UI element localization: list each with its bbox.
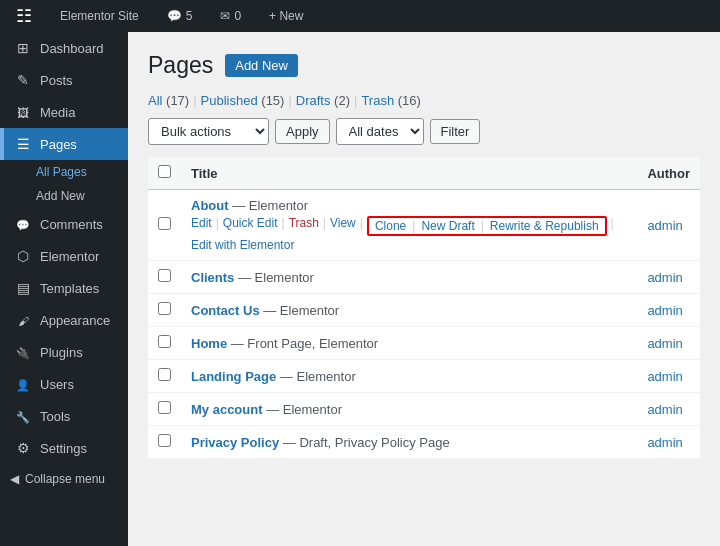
author-cell: admin xyxy=(637,261,700,294)
title-cell: Privacy Policy — Draft, Privacy Policy P… xyxy=(181,426,637,459)
author-header: Author xyxy=(637,157,700,190)
site-name-button[interactable]: Elementor Site xyxy=(52,0,147,32)
add-new-label: Add New xyxy=(36,189,85,203)
page-link-landing-page[interactable]: Landing Page xyxy=(191,369,276,384)
page-type-home: — Front Page, Elementor xyxy=(231,336,378,351)
row-checkbox[interactable] xyxy=(158,434,171,447)
sidebar-item-label: Elementor xyxy=(40,249,99,264)
sidebar-item-templates[interactable]: Templates xyxy=(0,272,128,304)
row-checkbox[interactable] xyxy=(158,302,171,315)
page-link-contact-us[interactable]: Contact Us xyxy=(191,303,260,318)
filter-drafts[interactable]: Drafts (2) xyxy=(296,93,350,108)
pages-icon xyxy=(14,136,32,152)
rewrite-republish-link[interactable]: Rewrite & Republish xyxy=(490,219,599,233)
sidebar-item-label: Pages xyxy=(40,137,77,152)
table-nav: Bulk actions Edit Move to Trash Apply Al… xyxy=(148,118,700,145)
sidebar-item-dashboard[interactable]: Dashboard xyxy=(0,32,128,64)
row-checkbox-cell xyxy=(148,393,181,426)
wp-logo-icon: ☷ xyxy=(16,5,32,27)
page-link-my-account[interactable]: My account xyxy=(191,402,263,417)
sidebar-item-elementor[interactable]: Elementor xyxy=(0,240,128,272)
new-content-button[interactable]: + New xyxy=(261,0,311,32)
row-checkbox[interactable] xyxy=(158,217,171,230)
filter-all[interactable]: All (17) xyxy=(148,93,189,108)
author-link[interactable]: admin xyxy=(647,435,682,450)
wp-logo-button[interactable]: ☷ xyxy=(8,0,40,32)
collapse-icon xyxy=(10,472,19,486)
sidebar-item-media[interactable]: Media xyxy=(0,96,128,128)
sidebar-subitem-all-pages[interactable]: All Pages xyxy=(0,160,128,184)
trash-count: (16) xyxy=(398,93,421,108)
messages-count: 0 xyxy=(234,9,241,23)
sidebar-item-label: Media xyxy=(40,105,75,120)
page-link-about[interactable]: About xyxy=(191,198,229,213)
collapse-menu-button[interactable]: Collapse menu xyxy=(0,464,128,494)
sidebar-item-label: Comments xyxy=(40,217,103,232)
author-link[interactable]: admin xyxy=(647,303,682,318)
page-type-clients: — Elementor xyxy=(238,270,314,285)
clone-link[interactable]: Clone xyxy=(375,219,406,233)
row-checkbox[interactable] xyxy=(158,269,171,282)
new-draft-link[interactable]: New Draft xyxy=(421,219,474,233)
table-row: Clients — Elementor admin xyxy=(148,261,700,294)
row-checkbox[interactable] xyxy=(158,368,171,381)
table-row: My account — Elementor admin xyxy=(148,393,700,426)
sidebar-subitem-add-new[interactable]: Add New xyxy=(0,184,128,208)
sidebar: Dashboard Posts Media Pages All Pages Ad… xyxy=(0,32,128,546)
all-pages-label: All Pages xyxy=(36,165,87,179)
bulk-actions-select[interactable]: Bulk actions Edit Move to Trash xyxy=(148,118,269,145)
tools-icon xyxy=(14,408,32,424)
page-type-contact-us: — Elementor xyxy=(263,303,339,318)
title-header: Title xyxy=(181,157,637,190)
page-link-home[interactable]: Home xyxy=(191,336,227,351)
page-title: Pages xyxy=(148,52,213,79)
row-checkbox-cell xyxy=(148,294,181,327)
posts-icon xyxy=(14,72,32,88)
edit-with-elementor-link[interactable]: Edit with Elementor xyxy=(191,238,294,252)
quick-edit-link[interactable]: Quick Edit xyxy=(223,216,278,236)
elementor-icon xyxy=(14,248,32,264)
author-cell: admin xyxy=(637,360,700,393)
author-link[interactable]: admin xyxy=(647,270,682,285)
edit-link[interactable]: Edit xyxy=(191,216,212,236)
sidebar-item-tools[interactable]: Tools xyxy=(0,400,128,432)
title-cell: Landing Page — Elementor xyxy=(181,360,637,393)
sidebar-item-pages[interactable]: Pages xyxy=(0,128,128,160)
clone-highlight-box: Clone | New Draft | Rewrite & Republish xyxy=(367,216,607,236)
title-cell: Contact Us — Elementor xyxy=(181,294,637,327)
apply-button[interactable]: Apply xyxy=(275,119,330,144)
sidebar-item-plugins[interactable]: Plugins xyxy=(0,336,128,368)
sidebar-item-settings[interactable]: Settings xyxy=(0,432,128,464)
title-cell: Home — Front Page, Elementor xyxy=(181,327,637,360)
select-all-checkbox[interactable] xyxy=(158,165,171,178)
row-checkbox[interactable] xyxy=(158,401,171,414)
sidebar-item-label: Settings xyxy=(40,441,87,456)
row-checkbox[interactable] xyxy=(158,335,171,348)
sidebar-item-users[interactable]: Users xyxy=(0,368,128,400)
templates-icon xyxy=(14,280,32,296)
sidebar-item-comments[interactable]: Comments xyxy=(0,208,128,240)
dates-select[interactable]: All dates xyxy=(336,118,424,145)
author-link[interactable]: admin xyxy=(647,369,682,384)
pages-table: Title Author About — Elementor Edit | Qu… xyxy=(148,157,700,459)
filter-trash[interactable]: Trash (16) xyxy=(361,93,420,108)
media-icon xyxy=(14,104,32,120)
sidebar-item-appearance[interactable]: Appearance xyxy=(0,304,128,336)
table-row: Home — Front Page, Elementor admin xyxy=(148,327,700,360)
author-link[interactable]: admin xyxy=(647,218,682,233)
trash-link[interactable]: Trash xyxy=(289,216,319,236)
page-link-clients[interactable]: Clients xyxy=(191,270,234,285)
filter-button[interactable]: Filter xyxy=(430,119,481,144)
messages-icon: ✉ xyxy=(220,9,230,23)
comments-icon: 💬 xyxy=(167,9,182,23)
author-link[interactable]: admin xyxy=(647,336,682,351)
view-link[interactable]: View xyxy=(330,216,356,236)
page-link-privacy-policy[interactable]: Privacy Policy xyxy=(191,435,279,450)
messages-button[interactable]: ✉ 0 xyxy=(212,0,249,32)
filter-published[interactable]: Published (15) xyxy=(201,93,285,108)
sidebar-item-label: Plugins xyxy=(40,345,83,360)
comments-button[interactable]: 💬 5 xyxy=(159,0,201,32)
sidebar-item-posts[interactable]: Posts xyxy=(0,64,128,96)
add-new-button[interactable]: Add New xyxy=(225,54,298,77)
author-link[interactable]: admin xyxy=(647,402,682,417)
